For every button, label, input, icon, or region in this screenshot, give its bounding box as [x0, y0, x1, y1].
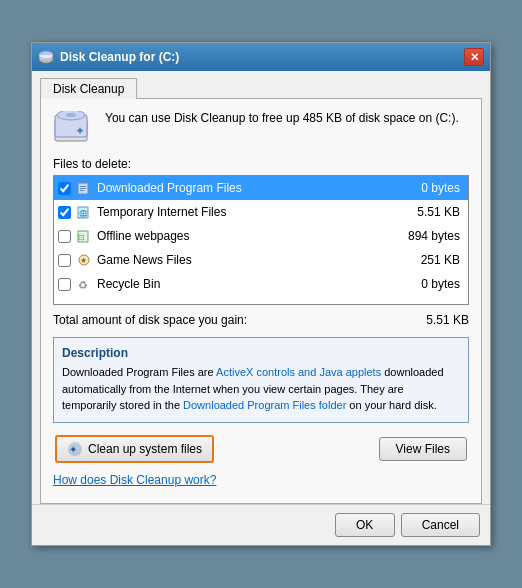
file-size-temp-internet: 5.51 KB	[405, 205, 460, 219]
svg-text:🌐: 🌐	[79, 209, 88, 218]
clean-system-files-button[interactable]: ✦ Clean up system files	[55, 435, 214, 463]
total-value: 5.51 KB	[426, 313, 469, 327]
header-section: ✦ You can use Disk Cleanup to free up 48…	[53, 111, 469, 145]
window-title: Disk Cleanup for (C:)	[60, 50, 179, 64]
tab-disk-cleanup[interactable]: Disk Cleanup	[40, 78, 137, 99]
checkbox-recycle[interactable]	[58, 278, 71, 291]
how-does-cleanup-link[interactable]: How does Disk Cleanup work?	[53, 473, 216, 487]
svg-rect-9	[80, 186, 86, 187]
file-name-downloaded: Downloaded Program Files	[97, 181, 405, 195]
svg-text:✦: ✦	[75, 124, 85, 138]
svg-text:✦: ✦	[69, 444, 77, 455]
title-icon	[38, 49, 54, 65]
total-row: Total amount of disk space you gain: 5.5…	[53, 313, 469, 327]
checkbox-temp-internet[interactable]	[58, 206, 71, 219]
bottom-bar: OK Cancel	[32, 504, 490, 545]
action-row: ✦ Clean up system files View Files	[53, 435, 469, 463]
file-item-recycle[interactable]: ♻ Recycle Bin 0 bytes	[54, 272, 468, 296]
svg-rect-10	[80, 188, 86, 189]
header-link[interactable]: on (C:).	[419, 111, 459, 125]
file-icon-offline: ⊡	[76, 228, 92, 244]
file-list[interactable]: Downloaded Program Files 0 bytes 🌐 Tempo…	[53, 175, 469, 305]
file-size-game-news: 251 KB	[405, 253, 460, 267]
clean-btn-label: Clean up system files	[88, 442, 202, 456]
svg-text:♻: ♻	[78, 279, 88, 291]
ok-button[interactable]: OK	[335, 513, 395, 537]
file-item-offline[interactable]: ⊡ Offline webpages 894 bytes	[54, 224, 468, 248]
file-name-recycle: Recycle Bin	[97, 277, 405, 291]
disk-cleanup-window: Disk Cleanup for (C:) ✕ Disk Cleanup ✦ Y…	[31, 42, 491, 546]
file-icon-game-news: ★	[76, 252, 92, 268]
svg-text:★: ★	[80, 256, 87, 265]
cancel-button[interactable]: Cancel	[401, 513, 480, 537]
description-box: Description Downloaded Program Files are…	[53, 337, 469, 423]
file-name-game-news: Game News Files	[97, 253, 405, 267]
file-icon-recycle: ♻	[76, 276, 92, 292]
close-button[interactable]: ✕	[464, 48, 484, 66]
file-size-offline: 894 bytes	[405, 229, 460, 243]
header-text: You can use Disk Cleanup to free up 485 …	[105, 111, 459, 125]
file-name-offline: Offline webpages	[97, 229, 405, 243]
description-text: Downloaded Program Files are ActiveX con…	[62, 364, 460, 414]
desc-highlight1: ActiveX controls and Java applets	[216, 366, 381, 378]
checkbox-game-news[interactable]	[58, 254, 71, 267]
disk-icon: ✦	[53, 111, 93, 145]
files-to-delete-label: Files to delete:	[53, 157, 469, 171]
file-name-temp-internet: Temporary Internet Files	[97, 205, 405, 219]
file-icon-temp-internet: 🌐	[76, 204, 92, 220]
svg-point-6	[66, 113, 76, 117]
file-size-recycle: 0 bytes	[405, 277, 460, 291]
checkbox-downloaded[interactable]	[58, 182, 71, 195]
file-item-game-news[interactable]: ★ Game News Files 251 KB	[54, 248, 468, 272]
header-main-text: You can use Disk Cleanup to free up 485 …	[105, 111, 419, 125]
tab-bar: Disk Cleanup	[32, 71, 490, 98]
svg-text:⊡: ⊡	[78, 233, 85, 242]
file-icon-downloaded	[76, 180, 92, 196]
svg-rect-11	[80, 190, 84, 191]
desc-highlight2: Downloaded Program Files folder	[183, 399, 346, 411]
title-bar-left: Disk Cleanup for (C:)	[38, 49, 179, 65]
title-bar: Disk Cleanup for (C:) ✕	[32, 43, 490, 71]
file-size-downloaded: 0 bytes	[405, 181, 460, 195]
view-files-button[interactable]: View Files	[379, 437, 467, 461]
checkbox-offline[interactable]	[58, 230, 71, 243]
total-label: Total amount of disk space you gain:	[53, 313, 247, 327]
description-title: Description	[62, 346, 460, 360]
file-item-downloaded[interactable]: Downloaded Program Files 0 bytes	[54, 176, 468, 200]
content-area: ✦ You can use Disk Cleanup to free up 48…	[40, 98, 482, 504]
file-item-temp-internet[interactable]: 🌐 Temporary Internet Files 5.51 KB	[54, 200, 468, 224]
clean-icon: ✦	[67, 441, 83, 457]
